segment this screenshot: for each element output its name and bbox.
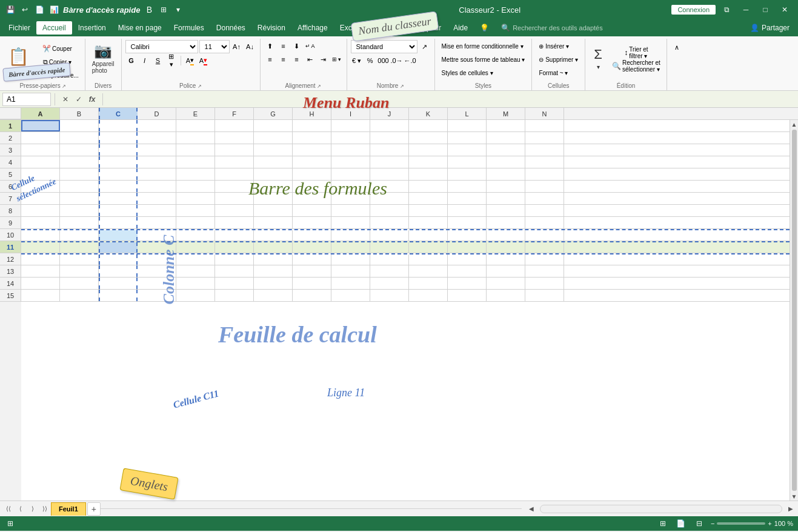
cell-J1[interactable] xyxy=(370,120,409,131)
cell-B2[interactable] xyxy=(60,132,99,144)
cell-G3[interactable] xyxy=(254,144,293,156)
zoom-slider[interactable] xyxy=(717,522,765,525)
select-all-button[interactable] xyxy=(0,108,21,119)
cell-C14[interactable] xyxy=(99,278,138,289)
cell-K9[interactable] xyxy=(409,217,448,228)
cell-I3[interactable] xyxy=(331,144,370,156)
cell-G15[interactable] xyxy=(254,290,293,301)
align-bottom-button[interactable]: ⬇ xyxy=(291,40,303,52)
view-normal-button[interactable]: ⊞ xyxy=(656,518,670,529)
cell-I14[interactable] xyxy=(331,278,370,289)
cell-A5[interactable] xyxy=(21,168,60,180)
zoom-minus-icon[interactable]: − xyxy=(711,520,714,527)
cell-J10[interactable] xyxy=(370,230,409,241)
col-header-L[interactable]: L xyxy=(448,108,487,119)
cell-E3[interactable] xyxy=(176,144,215,156)
col-header-F[interactable]: F xyxy=(215,108,254,119)
cell-E1[interactable] xyxy=(176,120,215,131)
col-header-J[interactable]: J xyxy=(370,108,409,119)
cell-G14[interactable] xyxy=(254,278,293,289)
cell-E4[interactable] xyxy=(176,156,215,168)
cell-B11[interactable] xyxy=(60,242,99,253)
cell-J8[interactable] xyxy=(370,205,409,216)
cell-K3[interactable] xyxy=(409,144,448,156)
cell-I7[interactable] xyxy=(331,193,370,204)
sheet-nav-left[interactable]: ⟨ xyxy=(15,503,27,515)
cell-M1[interactable] xyxy=(487,120,525,131)
cell-C6[interactable] xyxy=(99,181,138,192)
col-header-K[interactable]: K xyxy=(409,108,448,119)
cell-F13[interactable] xyxy=(215,265,254,277)
cell-K10[interactable] xyxy=(409,230,448,241)
cell-C12[interactable] xyxy=(99,254,138,265)
cell-F10[interactable] xyxy=(215,230,254,241)
cell-G6[interactable] xyxy=(254,181,293,192)
cell-J14[interactable] xyxy=(370,278,409,289)
cell-L4[interactable] xyxy=(448,156,487,168)
cell-E6[interactable] xyxy=(176,181,215,192)
col-header-I[interactable]: I xyxy=(331,108,370,119)
cell-C4[interactable] xyxy=(99,156,138,168)
cell-H9[interactable] xyxy=(293,217,331,228)
indent-increase-button[interactable]: ⇥ xyxy=(318,53,330,65)
cell-N2[interactable] xyxy=(525,132,564,144)
cell-B8[interactable] xyxy=(60,205,99,216)
row-num-14[interactable]: 14 xyxy=(0,278,21,290)
cell-H12[interactable] xyxy=(293,254,331,265)
cell-N4[interactable] xyxy=(525,156,564,168)
cell-F1[interactable] xyxy=(215,120,254,131)
cell-B1[interactable] xyxy=(60,120,99,131)
copy-button[interactable]: ⧉ Copier ▾ xyxy=(33,56,81,68)
cell-C9[interactable] xyxy=(99,217,138,228)
cell-I13[interactable] xyxy=(331,265,370,277)
cell-K11[interactable] xyxy=(409,242,448,253)
cell-I2[interactable] xyxy=(331,132,370,144)
cell-J9[interactable] xyxy=(370,217,409,228)
menu-help-icon[interactable]: 💡 xyxy=(474,21,495,35)
delete-button[interactable]: ⊖ Supprimer ▾ xyxy=(536,53,581,65)
maximize-button[interactable]: □ xyxy=(757,2,774,17)
cell-B7[interactable] xyxy=(60,193,99,204)
row-num-4[interactable]: 4 xyxy=(0,156,21,168)
close-button[interactable]: ✕ xyxy=(776,2,793,17)
sum-button[interactable]: Σ ▾ xyxy=(589,40,607,76)
col-header-N[interactable]: N xyxy=(525,108,564,119)
percent-button[interactable]: % xyxy=(364,55,376,67)
cell-D12[interactable] xyxy=(138,254,176,265)
increase-decimal-button[interactable]: .0→ xyxy=(391,55,403,67)
decrease-decimal-button[interactable]: ←.0 xyxy=(404,55,416,67)
cell-E8[interactable] xyxy=(176,205,215,216)
cell-D4[interactable] xyxy=(138,156,176,168)
cell-L9[interactable] xyxy=(448,217,487,228)
cell-A11[interactable] xyxy=(21,242,60,253)
menu-accueil[interactable]: Accueil xyxy=(36,21,72,35)
row-num-6[interactable]: 6 xyxy=(0,181,21,193)
cell-D5[interactable] xyxy=(138,168,176,180)
row-num-10[interactable]: 10 xyxy=(0,229,21,241)
cell-D13[interactable] xyxy=(138,265,176,277)
cell-E12[interactable] xyxy=(176,254,215,265)
cell-M9[interactable] xyxy=(487,217,525,228)
cell-N14[interactable] xyxy=(525,278,564,289)
cell-D15[interactable] xyxy=(138,290,176,301)
cell-I11[interactable] xyxy=(331,242,370,253)
cell-A15[interactable] xyxy=(21,290,60,301)
cell-A2[interactable] xyxy=(21,132,60,144)
name-box[interactable] xyxy=(2,93,51,106)
cell-D9[interactable] xyxy=(138,217,176,228)
borders-button[interactable]: ⊞ ▾ xyxy=(165,55,178,67)
cell-C8[interactable] xyxy=(99,205,138,216)
font-name-select[interactable]: Calibri xyxy=(125,40,198,53)
sheet-nav-right-right[interactable]: ⟩⟩ xyxy=(39,503,51,515)
ribbon-expand-button[interactable]: ∧ xyxy=(671,41,683,53)
camera-button[interactable]: 📷 Appareilphoto xyxy=(89,40,118,76)
cell-I1[interactable] xyxy=(331,120,370,131)
scroll-down-button[interactable]: ▼ xyxy=(790,492,798,500)
minimize-button[interactable]: ─ xyxy=(737,2,754,17)
cell-M5[interactable] xyxy=(487,168,525,180)
row-num-8[interactable]: 8 xyxy=(0,205,21,217)
row-num-15[interactable]: 15 xyxy=(0,290,21,302)
save-icon[interactable]: 💾 xyxy=(5,4,16,15)
cell-B6[interactable] xyxy=(60,181,99,192)
cell-E7[interactable] xyxy=(176,193,215,204)
